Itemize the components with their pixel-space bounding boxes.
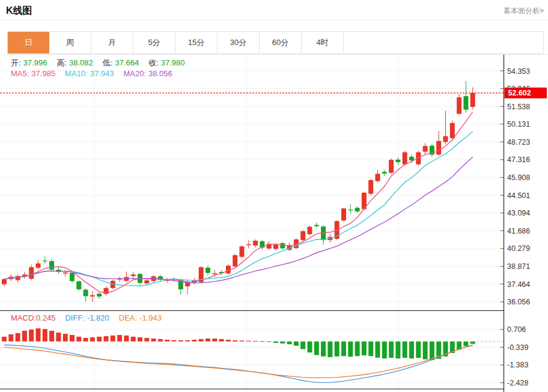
ma10-value: MA10:37.943: [65, 69, 114, 78]
open-value: 开:37.996: [11, 58, 47, 68]
page-title: K线图: [6, 5, 32, 17]
ma5-value: MA5:37.985: [11, 69, 55, 78]
svg-text:40.279: 40.279: [507, 244, 530, 253]
low-value: 低:37.664: [103, 58, 139, 68]
tab-4hour[interactable]: 4时: [302, 32, 344, 53]
svg-text:-2.428: -2.428: [507, 379, 528, 387]
svg-text:54.353: 54.353: [507, 67, 530, 76]
tab-5min[interactable]: 5分: [133, 32, 175, 53]
svg-text:-1.383: -1.383: [507, 361, 528, 369]
tab-month[interactable]: 月: [91, 32, 133, 53]
ma-info-row: MA5:37.985 MA10:37.943 MA20:38.056: [11, 69, 172, 78]
svg-text:43.094: 43.094: [507, 209, 530, 217]
tab-15min[interactable]: 15分: [175, 32, 218, 53]
tab-30min[interactable]: 30分: [218, 32, 260, 53]
svg-text:51.538: 51.538: [507, 103, 530, 111]
svg-text:0.706: 0.706: [507, 325, 526, 334]
svg-text:37.464: 37.464: [507, 280, 530, 289]
macd-info-row: MACD:0.245 DIFF:-1.820 DEA:-1.943: [11, 313, 162, 322]
ohlc-info-row: 开:37.996 高:38.082 低:37.664 收:37.980: [11, 58, 185, 68]
fundamental-analysis-link[interactable]: 基本面分析>: [504, 6, 544, 16]
tabbar-filler: [344, 32, 543, 53]
svg-text:48.723: 48.723: [507, 138, 530, 146]
svg-text:47.316: 47.316: [507, 155, 530, 164]
svg-text:41.686: 41.686: [507, 227, 530, 235]
svg-text:45.908: 45.908: [507, 173, 530, 182]
close-value: 收:37.980: [148, 58, 184, 68]
dea-value: DEA:-1.943: [119, 313, 162, 322]
high-value: 高:38.082: [56, 58, 93, 68]
ma20-value: MA20:38.056: [123, 69, 172, 78]
svg-text:50.131: 50.131: [507, 120, 530, 128]
header-divider: [0, 20, 548, 20]
svg-text:44.501: 44.501: [507, 191, 530, 200]
svg-text:36.056: 36.056: [507, 298, 530, 306]
svg-text:38.871: 38.871: [507, 262, 530, 271]
interval-tabbar: 日 周 月 5分 15分 30分 60分 4时: [7, 31, 544, 54]
tab-week[interactable]: 周: [49, 32, 91, 53]
svg-text:-0.339: -0.339: [507, 343, 528, 352]
tab-day[interactable]: 日: [8, 32, 49, 53]
diff-value: DIFF:-1.820: [65, 313, 109, 322]
svg-text:52.602: 52.602: [508, 89, 531, 97]
macd-value: MACD:0.245: [11, 313, 55, 322]
tab-60min[interactable]: 60分: [260, 32, 302, 53]
